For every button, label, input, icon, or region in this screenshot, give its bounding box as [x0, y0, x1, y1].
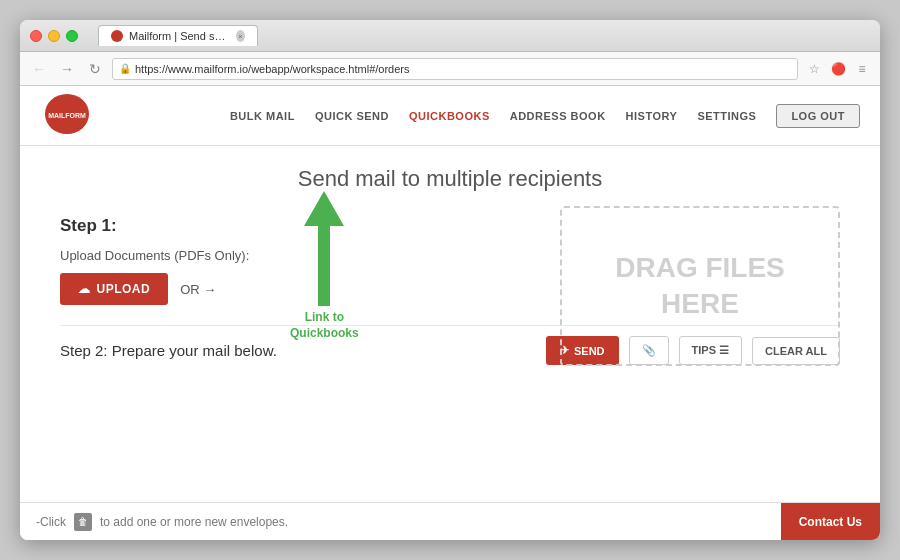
menu-icon[interactable]: ≡ [852, 59, 872, 79]
bottom-bar: -Click 🗑 to add one or more new envelope… [20, 502, 880, 540]
logo-container: MAILFORM [40, 90, 95, 142]
extension-icon[interactable]: 🔴 [828, 59, 848, 79]
url-text: https://www.mailform.io/webapp/workspace… [135, 63, 410, 75]
click-label: -Click [36, 515, 66, 529]
trash-icon: 🗑 [74, 513, 92, 531]
quickbooks-annotation: Link toQuickbooks [290, 191, 359, 341]
toolbar-icons: ☆ 🔴 ≡ [804, 59, 872, 79]
traffic-lights [30, 30, 78, 42]
browser-titlebar: Mailform | Send snail mail × [20, 20, 880, 52]
nav-bulk-mail[interactable]: BULK MAIL [230, 110, 295, 122]
tab-close-button[interactable]: × [236, 30, 245, 42]
main-content: Send mail to multiple recipients Step 1:… [20, 146, 880, 502]
nav-quickbooks[interactable]: QUICKBOOKS [409, 110, 490, 122]
back-button[interactable]: ← [28, 58, 50, 80]
add-envelope-text: to add one or more new envelopes. [100, 515, 288, 529]
star-icon[interactable]: ☆ [804, 59, 824, 79]
nav-items: BULK MAIL QUICK SEND QUICKBOOKS ADDRESS … [230, 104, 860, 128]
forward-button[interactable]: → [56, 58, 78, 80]
logo-svg: MAILFORM [40, 90, 95, 142]
up-arrow-icon [304, 191, 344, 226]
app-header: MAILFORM BULK MAIL QUICK SEND QUICKBOOKS… [20, 86, 880, 146]
nav-quick-send[interactable]: QUICK SEND [315, 110, 389, 122]
address-bar[interactable]: 🔒 https://www.mailform.io/webapp/workspa… [112, 58, 798, 80]
step2-label: Step 2: Prepare your mail below. [60, 342, 536, 359]
step2-heading: Step 2: [60, 342, 108, 359]
drag-zone-text: DRAG FILESHERE [615, 250, 785, 323]
svg-text:MAILFORM: MAILFORM [48, 112, 86, 119]
page-title: Send mail to multiple recipients [60, 166, 840, 192]
drag-drop-zone[interactable]: DRAG FILESHERE [560, 206, 840, 366]
browser-window: Mailform | Send snail mail × ← → ↻ 🔒 htt… [20, 20, 880, 540]
maximize-traffic-light[interactable] [66, 30, 78, 42]
nav-address-book[interactable]: ADDRESS BOOK [510, 110, 606, 122]
page-content: MAILFORM BULK MAIL QUICK SEND QUICKBOOKS… [20, 86, 880, 540]
nav-settings[interactable]: SETTINGS [697, 110, 756, 122]
refresh-button[interactable]: ↻ [84, 58, 106, 80]
close-traffic-light[interactable] [30, 30, 42, 42]
svg-point-1 [50, 117, 66, 131]
tab-favicon [111, 30, 123, 42]
or-text: OR → [180, 282, 216, 297]
tab-title: Mailform | Send snail mail [129, 30, 226, 42]
minimize-traffic-light[interactable] [48, 30, 60, 42]
step2-description: Prepare your mail below. [112, 342, 277, 359]
active-tab[interactable]: Mailform | Send snail mail × [98, 25, 258, 46]
upload-button-label: UPLOAD [97, 282, 151, 296]
svg-point-2 [67, 123, 77, 133]
annotation-label: Link toQuickbooks [290, 310, 359, 341]
contact-us-button[interactable]: Contact Us [781, 503, 880, 540]
upload-cloud-icon: ☁ [78, 282, 91, 296]
tab-bar: Mailform | Send snail mail × [98, 25, 870, 46]
logout-button[interactable]: LOG OUT [776, 104, 860, 128]
upload-button[interactable]: ☁ UPLOAD [60, 273, 168, 305]
nav-history[interactable]: HISTORY [626, 110, 678, 122]
browser-toolbar: ← → ↻ 🔒 https://www.mailform.io/webapp/w… [20, 52, 880, 86]
arrow-shaft [318, 226, 330, 306]
lock-icon: 🔒 [119, 63, 131, 74]
